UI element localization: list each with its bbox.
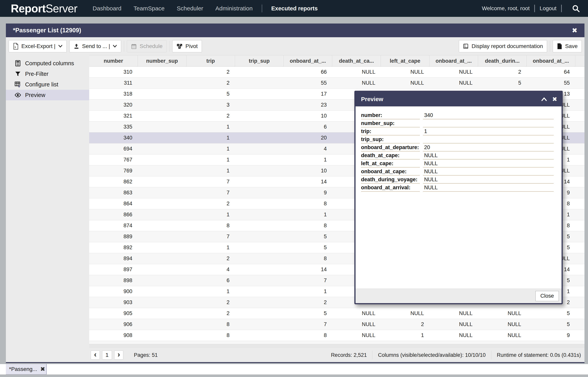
table-cell: 9 [527,330,575,341]
sidebar-item-pre-filter[interactable]: Pre-Filter [6,69,89,79]
table-cell: 905 [89,308,138,319]
table-cell: 311 [89,78,138,88]
column-header[interactable]: number [89,56,138,66]
tab-close-icon[interactable]: ✖ [40,366,45,372]
table-cell [138,319,186,330]
tab-passenger-list[interactable]: *Passeng... ✖ [6,364,47,375]
table-row[interactable]: 90687NULL2NULLNULL5 [89,319,585,330]
pivot-button[interactable]: Pivot [172,40,202,52]
preview-field-row: death_at_cape:NULL [361,153,554,160]
sidebar-item-configure-list[interactable]: Configure list [6,79,89,90]
table-cell: 8 [186,330,235,341]
preview-field-gap [420,144,423,152]
table-edit-icon [14,81,21,88]
table-cell: 1 [381,330,429,341]
table-cell: NULL [381,67,429,77]
send-to-button[interactable]: Send to ... | [69,40,121,52]
table-cell [235,154,284,165]
table-cell: 1 [284,154,332,165]
column-header[interactable]: death_durin... [478,56,527,66]
table-cell-filler [575,253,585,264]
table-row[interactable]: 310266NULLNULLNULL264 [89,67,585,78]
table-cell: 5 [478,78,527,88]
sidebar-item-label: Configure list [25,81,58,88]
nav-item-teamspace[interactable]: TeamSpace [133,5,165,12]
table-cell: NULL [332,67,381,77]
preview-dialog-header[interactable]: Preview ✖ [355,92,562,106]
table-cell: NULL [332,341,381,344]
nav-item-scheduler[interactable]: Scheduler [177,5,203,12]
save-button[interactable]: Save [553,40,582,52]
sidebar-item-computed-columns[interactable]: Computed columns [6,58,89,69]
table-cell: 5 [284,242,332,253]
table-cell: 5 [284,308,332,319]
table-cell: 10 [284,165,332,176]
nav-item-dashboard[interactable]: Dashboard [93,5,121,12]
table-cell: NULL [429,67,478,77]
table-cell: 8 [186,319,235,330]
table-row[interactable]: 90986NULLNULLNULLNULL6 [89,341,585,344]
table-cell [138,275,186,286]
top-navigation-bar: ReportServer DashboardTeamSpaceScheduler… [0,0,588,17]
page-number-input[interactable]: 1 [102,351,112,360]
table-row[interactable]: 90888NULL1NULLNULL9 [89,330,585,341]
table-cell: 2 [186,67,235,77]
sidebar-item-preview[interactable]: Preview [6,90,89,100]
column-header[interactable]: trip_sup [235,56,284,66]
table-row[interactable]: 90525NULLNULLNULLNULL5 [89,308,585,319]
table-cell-filler [575,154,585,165]
table-cell: 863 [89,187,138,198]
preview-field-value: NULL [423,153,554,160]
table-cell [235,341,284,344]
excel-export-button[interactable]: x Excel-Export | [9,40,67,52]
close-button[interactable]: Close [535,291,559,301]
column-header[interactable]: onboard_at_... [527,56,575,66]
table-cell [138,264,186,275]
preview-field-value [423,120,554,127]
previous-page-button[interactable]: ‹ [91,351,100,360]
table-cell-filler [575,341,585,344]
dialog-close-icon[interactable]: ✖ [552,96,557,102]
table-cell [235,67,284,77]
column-header[interactable]: onboard_at_... [284,56,332,66]
table-cell [138,286,186,297]
toolbar-separator [124,41,124,52]
table-cell: 17 [284,89,332,99]
logout-link[interactable]: Logout [540,5,556,12]
table-row[interactable]: 311255NULLNULLNULL555 [89,78,585,89]
column-header[interactable]: onboard_at_... [429,56,478,66]
chevron-up-icon[interactable] [541,97,547,101]
table-cell-filler [575,242,585,253]
nav-item-executed-reports[interactable]: Executed reports [271,5,318,12]
preview-field-label: number: [361,112,420,119]
table-cell [138,341,186,344]
table-cell: 7 [284,319,332,330]
table-cell [235,308,284,319]
table-cell: 2 [186,308,235,319]
horizontal-scrollbar[interactable] [89,344,585,348]
search-icon[interactable] [572,4,580,13]
table-cell [235,264,284,275]
next-page-button[interactable]: › [114,351,123,360]
column-header[interactable]: death_at_ca... [332,56,381,66]
table-cell [138,209,186,220]
table-cell: 2 [186,253,235,264]
table-cell-filler [575,78,585,88]
column-header[interactable]: number_sup [138,56,186,66]
status-bar: ‹ 1 › Pages: 51 Records: 2,521 Columns (… [6,348,585,362]
nav-item-administration[interactable]: Administration [215,5,253,12]
column-header[interactable]: trip [186,56,235,66]
preview-field-label: number_sup: [361,120,420,127]
column-header[interactable]: left_at_cape [381,56,429,66]
preview-field-row: death_during_voyage:NULL [361,177,554,184]
app-logo[interactable]: ReportServer [11,2,77,15]
schedule-button: Schedule [127,40,167,52]
display-report-documentation-button[interactable]: Display report documentation [459,40,547,52]
table-cell: 8 [186,220,235,231]
sidebar-item-label: Pre-Filter [25,71,48,77]
table-cell [235,165,284,176]
table-cell: 335 [89,121,138,132]
columns-info: Columns (visible/selected/available): 10… [378,352,485,358]
nav-divider [534,5,535,12]
close-report-icon[interactable]: ✖ [572,27,578,34]
